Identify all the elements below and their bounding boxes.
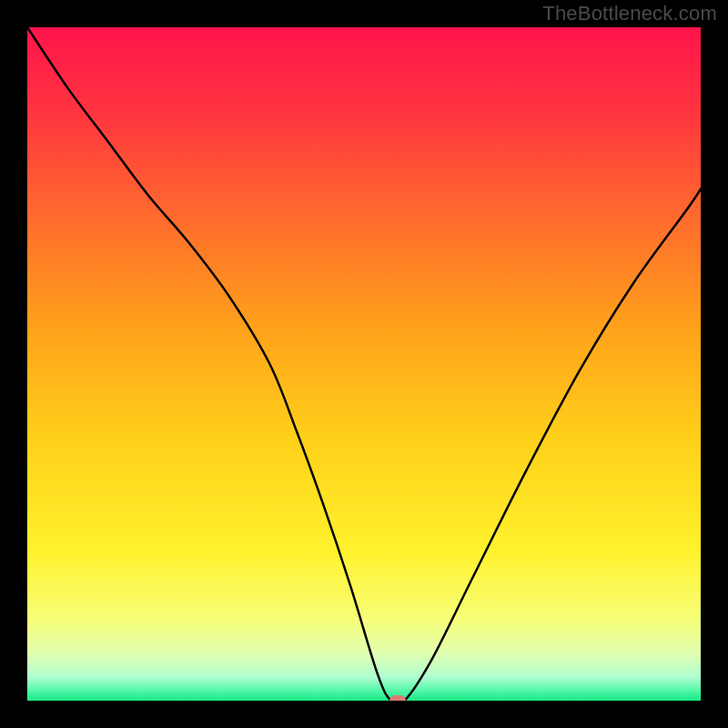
gradient-background (27, 27, 701, 701)
plot-area (27, 27, 701, 701)
plot-svg (27, 27, 701, 701)
watermark-text: TheBottleneck.com (542, 2, 717, 25)
chart-canvas: TheBottleneck.com (0, 0, 728, 728)
